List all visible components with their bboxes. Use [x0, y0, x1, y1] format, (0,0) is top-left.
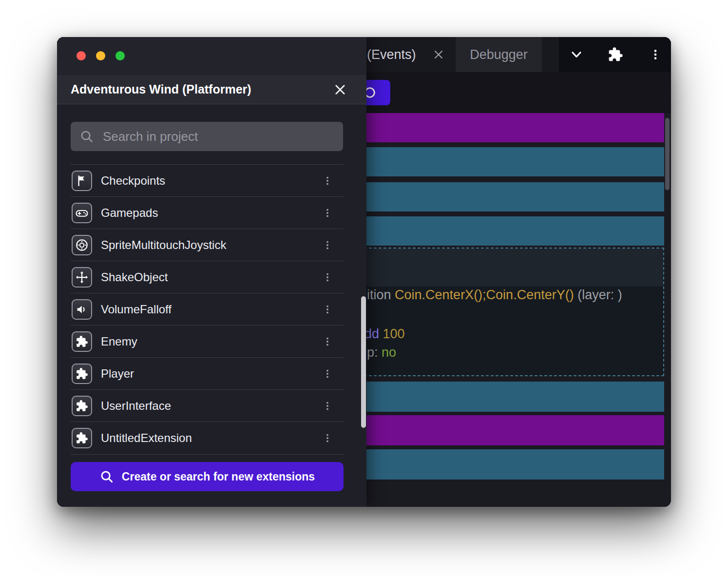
list-item-label: ShakeObject: [101, 261, 168, 293]
search-box[interactable]: [71, 122, 343, 151]
panel-scrollbar-thumb[interactable]: [361, 296, 366, 428]
list-item-volumefalloff[interactable]: VolumeFalloff: [71, 293, 344, 326]
extensions-puzzle-icon[interactable]: [607, 46, 624, 63]
screenshot-canvas: (Events) Debugger: [0, 0, 728, 576]
joystick-icon: [72, 235, 92, 255]
list-item-label: Enemy: [101, 326, 137, 358]
tab-events[interactable]: (Events): [367, 37, 416, 72]
list-item-enemy[interactable]: Enemy: [71, 325, 344, 358]
action-value: 100: [383, 326, 405, 341]
puzzle-icon: [72, 331, 92, 352]
gamepad-icon: [72, 203, 92, 223]
item-kebab-icon[interactable]: [320, 206, 335, 220]
list-item-label: Player: [101, 358, 134, 390]
create-extension-button-label: Create or search for new extensions: [122, 470, 315, 483]
list-item-label: UntitledExtension: [101, 422, 192, 454]
action-value: no: [382, 345, 396, 360]
item-kebab-icon[interactable]: [320, 302, 335, 317]
list-item-untitledextension[interactable]: UntitledExtension: [71, 422, 344, 455]
app-window: (Events) Debugger: [57, 37, 671, 507]
action-text: ition: [367, 288, 395, 302]
puzzle-icon: [72, 364, 92, 384]
action-text: p:: [367, 345, 382, 360]
window-titlebar: [57, 37, 366, 75]
events-scrollbar-thumb[interactable]: [665, 118, 670, 190]
volume-icon: [72, 299, 92, 320]
item-kebab-icon[interactable]: [320, 238, 335, 252]
item-kebab-icon[interactable]: [320, 431, 335, 445]
item-kebab-icon[interactable]: [320, 399, 335, 413]
tab-debugger[interactable]: Debugger: [456, 37, 542, 72]
item-kebab-icon[interactable]: [320, 270, 335, 285]
item-kebab-icon[interactable]: [320, 366, 335, 381]
move-icon: [72, 267, 92, 288]
list-item-label: SpriteMultitouchJoystick: [101, 229, 226, 261]
list-item-label: VolumeFalloff: [101, 293, 172, 326]
close-icon[interactable]: [332, 81, 348, 98]
puzzle-icon: [72, 428, 92, 448]
event-action-line: p: no: [367, 345, 396, 360]
list-item-label: Gamepads: [101, 197, 158, 229]
list-item-checkpoints[interactable]: Checkpoints: [71, 164, 344, 197]
list-item-gamepads[interactable]: Gamepads: [71, 196, 344, 229]
event-action-line: ition Coin.CenterX();Coin.CenterY() (lay…: [367, 288, 622, 303]
list-item-sprite-multitouch-joystick[interactable]: SpriteMultitouchJoystick: [71, 229, 344, 261]
tabbar-right-section: [559, 37, 671, 72]
list-item-label: UserInterface: [101, 390, 171, 422]
panel-header: Adventurous Wind (Platformer): [57, 75, 366, 104]
chevron-down-icon[interactable]: [568, 46, 585, 63]
search-icon: [99, 469, 114, 484]
action-expression: Coin.CenterX();Coin.CenterY(): [395, 288, 574, 302]
list-item-label: Checkpoints: [101, 165, 165, 197]
list-item-player[interactable]: Player: [71, 357, 344, 390]
search-input[interactable]: [102, 129, 334, 145]
tab-close-icon[interactable]: [431, 47, 446, 62]
traffic-light-close[interactable]: [77, 51, 86, 60]
list-item-shakeobject[interactable]: ShakeObject: [71, 261, 344, 293]
item-kebab-icon[interactable]: [320, 334, 335, 349]
create-extension-button[interactable]: Create or search for new extensions: [71, 462, 344, 491]
list-item-userinterface[interactable]: UserInterface: [71, 389, 344, 422]
traffic-light-minimize[interactable]: [96, 51, 105, 60]
panel-title: Adventurous Wind (Platformer): [71, 75, 251, 104]
flag-icon: [72, 171, 92, 191]
search-icon: [79, 129, 94, 144]
kebab-menu-icon[interactable]: [648, 46, 663, 63]
item-kebab-icon[interactable]: [320, 173, 335, 188]
project-panel: Adventurous Wind (Platformer) Checkpoint…: [57, 37, 366, 507]
action-text: (layer: ): [574, 288, 622, 302]
puzzle-icon: [72, 396, 92, 416]
traffic-light-zoom[interactable]: [115, 51, 125, 60]
